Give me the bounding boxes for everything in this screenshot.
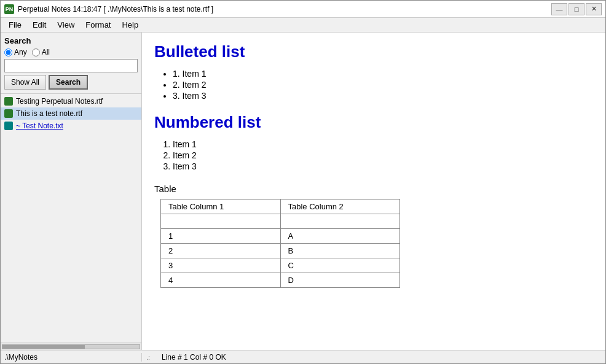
content-area: Bulleted list 1. Item 1 2. Item 2 3. Ite…	[142, 33, 605, 350]
sidebar: Search Any All Show All Search	[1, 33, 142, 350]
table-cell-1-0: 2	[161, 244, 281, 258]
table-cell-2-1: C	[280, 258, 400, 273]
table-col-header-1: Table Column 2	[280, 199, 400, 214]
bulleted-list: 1. Item 1 2. Item 2 3. Item 3	[154, 69, 593, 101]
menu-edit[interactable]: Edit	[27, 18, 52, 31]
menu-bar: File Edit View Format Help	[1, 18, 605, 33]
main-area: Search Any All Show All Search	[1, 33, 605, 350]
status-folder: .\MyNotes	[1, 353, 142, 362]
sidebar-buttons: Show All Search	[4, 75, 138, 90]
file-name-0: Testing Perpetual Notes.rtf	[16, 97, 103, 106]
menu-file[interactable]: File	[3, 18, 27, 31]
scrollbar-track[interactable]	[2, 344, 140, 349]
numbered-item-2: Item 3	[173, 161, 593, 171]
file-name-2: ~ Test Note.txt	[16, 122, 63, 130]
file-item-1[interactable]: This is a test note.rtf	[1, 107, 141, 120]
search-label: Search	[4, 36, 138, 45]
table-cell-empty-1	[280, 214, 400, 229]
table-cell-3-1: D	[280, 273, 400, 288]
radio-all[interactable]	[32, 48, 40, 56]
file-item-2[interactable]: ~ Test Note.txt	[1, 120, 141, 132]
title-bar: PN Perpetual Notes 14:18:47 [ .\MyNotes\…	[1, 1, 605, 18]
menu-view[interactable]: View	[52, 18, 80, 31]
table-row-3: 4 D	[161, 273, 400, 288]
data-table: Table Column 1 Table Column 2 1 A	[160, 199, 400, 288]
file-list: Testing Perpetual Notes.rtf This is a te…	[1, 94, 141, 343]
table-cell-2-0: 3	[161, 258, 281, 273]
menu-help[interactable]: Help	[116, 18, 144, 31]
file-icon-0	[4, 97, 13, 106]
table-heading: Table	[154, 184, 593, 194]
table-empty-row	[161, 214, 400, 229]
close-button[interactable]: ✕	[586, 3, 602, 15]
bulleted-item-2: 3. Item 3	[173, 91, 593, 101]
status-info: Line # 1 Col # 0 OK	[154, 353, 605, 362]
status-separator: .:	[142, 354, 154, 361]
table-cell-0-1: A	[280, 229, 400, 244]
file-icon-1	[4, 109, 13, 118]
maximize-button[interactable]: □	[569, 3, 584, 15]
search-button[interactable]: Search	[49, 75, 88, 90]
numbered-heading: Numbered list	[154, 113, 593, 132]
status-bar: .\MyNotes .: Line # 1 Col # 0 OK	[1, 350, 605, 363]
table-cell-0-0: 1	[161, 229, 281, 244]
table-cell-empty-0	[161, 214, 281, 229]
search-input[interactable]	[4, 59, 138, 72]
app-icon: PN	[4, 4, 14, 14]
radio-group: Any All	[4, 48, 138, 56]
file-item-0[interactable]: Testing Perpetual Notes.rtf	[1, 95, 141, 107]
file-name-1: This is a test note.rtf	[16, 109, 82, 118]
menu-format[interactable]: Format	[80, 18, 116, 31]
main-window: PN Perpetual Notes 14:18:47 [ .\MyNotes\…	[0, 0, 606, 364]
scrollbar-thumb[interactable]	[2, 345, 85, 349]
table-header-row: Table Column 1 Table Column 2	[161, 199, 400, 214]
window-title: Perpetual Notes 14:18:47 [ .\MyNotes\Thi…	[18, 5, 551, 14]
search-section: Search Any All Show All Search	[1, 33, 141, 94]
show-all-button[interactable]: Show All	[4, 75, 46, 90]
numbered-item-1: Item 2	[173, 150, 593, 160]
minimize-button[interactable]: —	[551, 3, 567, 15]
radio-any[interactable]	[4, 48, 12, 56]
bulleted-item-1: 2. Item 2	[173, 80, 593, 90]
table-row-0: 1 A	[161, 229, 400, 244]
table-row-1: 2 B	[161, 244, 400, 258]
sidebar-scrollbar[interactable]	[1, 343, 141, 350]
table-col-header-0: Table Column 1	[161, 199, 281, 214]
table-cell-3-0: 4	[161, 273, 281, 288]
radio-all-label[interactable]: All	[32, 48, 50, 56]
window-controls: — □ ✕	[551, 3, 602, 15]
bulleted-item-0: 1. Item 1	[173, 69, 593, 79]
numbered-list: Item 1 Item 2 Item 3	[154, 139, 593, 171]
table-row-2: 3 C	[161, 258, 400, 273]
file-icon-2	[4, 122, 13, 130]
bulleted-heading: Bulleted list	[154, 42, 593, 61]
radio-any-label[interactable]: Any	[4, 48, 27, 56]
content-scroll[interactable]: Bulleted list 1. Item 1 2. Item 2 3. Ite…	[142, 33, 605, 350]
table-cell-1-1: B	[280, 244, 400, 258]
numbered-item-0: Item 1	[173, 139, 593, 149]
